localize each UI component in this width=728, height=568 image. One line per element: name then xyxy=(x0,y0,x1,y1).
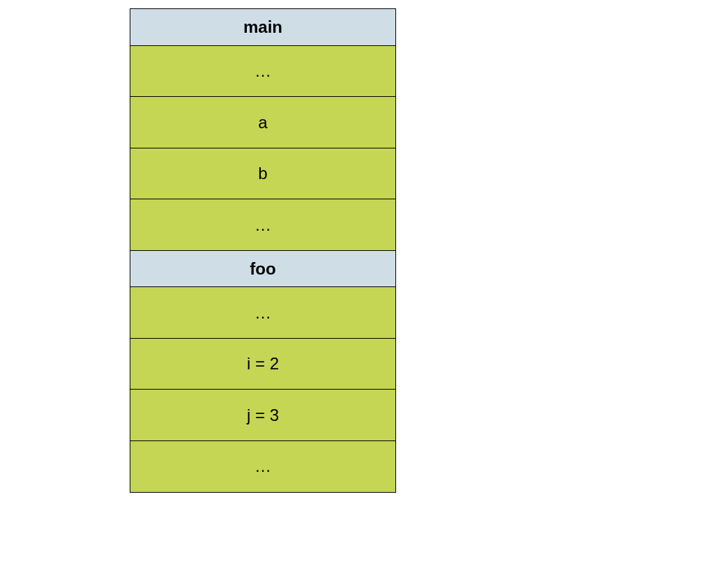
stack-cell: … xyxy=(130,199,396,251)
frame-header-main: main xyxy=(130,8,396,46)
stack-diagram: main … a b … foo … i = 2 j = 3 … xyxy=(130,8,396,493)
stack-cell: … xyxy=(130,45,396,98)
stack-cell: i = 2 xyxy=(130,338,396,390)
stack-cell: b xyxy=(130,148,396,200)
stack-cell: a xyxy=(130,96,396,148)
stack-cell: j = 3 xyxy=(130,389,396,441)
frame-header-foo: foo xyxy=(130,250,396,288)
stack-cell: … xyxy=(130,286,396,339)
stack-cell: … xyxy=(130,440,396,493)
